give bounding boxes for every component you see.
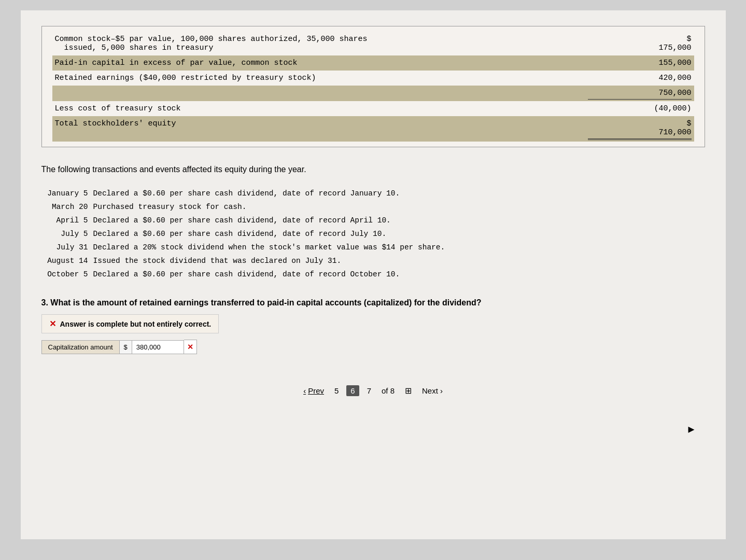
table-row: Total stockholders' equity $710,000: [52, 116, 694, 142]
intro-text: The following transactions and events af…: [41, 163, 705, 176]
pagination-bar: ‹ Prev 5 6 7 of 8 ⊞ Next ›: [41, 375, 705, 407]
trans-desc: Purchased treasury stock for cash.: [93, 200, 705, 214]
list-item: July 5 Declared a $0.60 per share cash d…: [47, 227, 705, 241]
question-section: 3. What is the amount of retained earnin…: [41, 297, 705, 354]
next-label: Next: [422, 386, 438, 395]
page-5[interactable]: 5: [334, 386, 339, 395]
row-label: [55, 87, 588, 100]
row-value: 750,000: [588, 87, 692, 100]
trans-date: October 5: [47, 268, 93, 281]
row-value: (40,000): [588, 103, 692, 115]
answer-status-banner: ✕ Answer is complete but not entirely co…: [41, 314, 219, 333]
page-numbers: 5 6 7: [334, 385, 371, 396]
financial-table-container: Common stock–$5 par value, 100,000 share…: [41, 26, 705, 147]
table-row: Retained earnings ($40,000 restricted by…: [52, 71, 694, 86]
grid-icon[interactable]: ⊞: [405, 386, 412, 396]
row-value: $710,000: [588, 118, 692, 140]
row-value: 155,000: [588, 57, 692, 69]
error-icon: ✕: [49, 319, 56, 329]
list-item: August 14 Issued the stock dividend that…: [47, 254, 705, 268]
row-label: Less cost of treasury stock: [55, 103, 588, 115]
trans-desc: Declared a $0.60 per share cash dividend…: [93, 268, 705, 281]
row-value: $175,000: [588, 33, 692, 54]
trans-desc: Declared a 20% stock dividend when the s…: [93, 241, 705, 254]
trans-desc: Declared a $0.60 per share cash dividend…: [93, 227, 705, 241]
list-item: March 20 Purchased treasury stock for ca…: [47, 200, 705, 214]
cursor: ▶: [688, 423, 694, 436]
prev-label: Prev: [308, 386, 324, 395]
page-container: Common stock–$5 par value, 100,000 share…: [21, 10, 726, 539]
row-label: Total stockholders' equity: [55, 118, 588, 140]
question-title: 3. What is the amount of retained earnin…: [41, 297, 705, 309]
trans-date: July 31: [47, 241, 93, 254]
trans-desc: Declared a $0.60 per share cash dividend…: [93, 187, 705, 200]
transactions-block: January 5 Declared a $0.60 per share cas…: [41, 187, 705, 282]
trans-date: August 14: [47, 254, 93, 268]
capitalization-amount-input[interactable]: [132, 340, 184, 354]
page-6-current[interactable]: 6: [346, 385, 359, 396]
list-item: October 5 Declared a $0.60 per share cas…: [47, 268, 705, 281]
page-7[interactable]: 7: [367, 386, 371, 395]
trans-date: July 5: [47, 227, 93, 241]
page-total: of 8: [382, 386, 395, 395]
trans-date: January 5: [47, 187, 93, 200]
table-row: Paid-in capital in excess of par value, …: [52, 55, 694, 71]
answer-input-row: Capitalization amount $ ✕: [41, 340, 705, 354]
table-row: Less cost of treasury stock (40,000): [52, 101, 694, 116]
next-button[interactable]: Next ›: [422, 386, 443, 395]
row-label: Common stock–$5 par value, 100,000 share…: [55, 33, 588, 54]
prev-chevron-icon: ‹: [303, 386, 306, 395]
trans-desc: Issued the stock dividend that was decla…: [93, 254, 705, 268]
list-item: April 5 Declared a $0.60 per share cash …: [47, 214, 705, 227]
trans-date: March 20: [47, 200, 93, 214]
prev-button[interactable]: ‹ Prev: [303, 386, 324, 395]
table-row: Common stock–$5 par value, 100,000 share…: [52, 32, 694, 55]
trans-date: April 5: [47, 214, 93, 227]
list-item: July 31 Declared a 20% stock dividend wh…: [47, 241, 705, 254]
next-chevron-icon: ›: [440, 386, 443, 395]
answer-label: Capitalization amount: [41, 340, 120, 354]
currency-symbol: $: [120, 340, 132, 354]
table-row: 750,000: [52, 86, 694, 101]
clear-answer-button[interactable]: ✕: [184, 340, 197, 354]
row-label: Paid-in capital in excess of par value, …: [55, 57, 588, 69]
row-value: 420,000: [588, 72, 692, 84]
trans-desc: Declared a $0.60 per share cash dividend…: [93, 214, 705, 227]
list-item: January 5 Declared a $0.60 per share cas…: [47, 187, 705, 200]
row-label: Retained earnings ($40,000 restricted by…: [55, 72, 588, 84]
answer-status-text: Answer is complete but not entirely corr…: [60, 320, 212, 328]
